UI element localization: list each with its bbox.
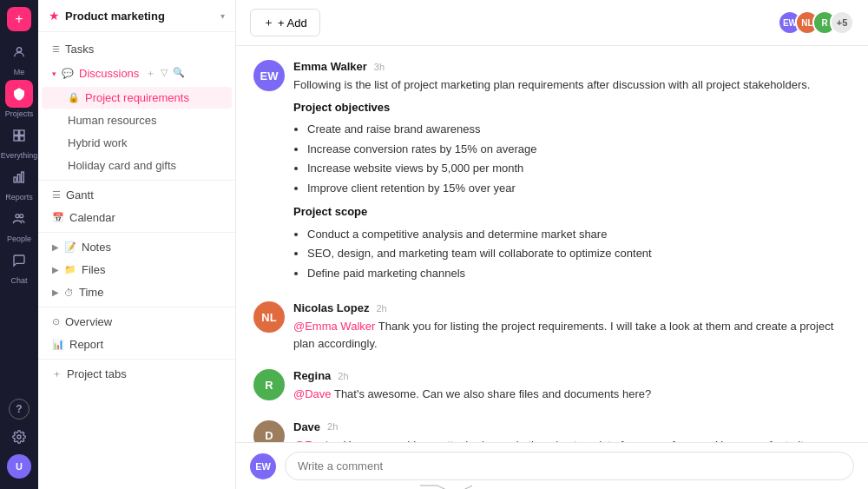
- discussions-search-icon[interactable]: 🔍: [171, 65, 187, 82]
- scope-3: Define paid marketing channels: [307, 265, 851, 282]
- sidebar-item-holiday-card[interactable]: Holiday card and gifts: [42, 155, 232, 176]
- everything-icon[interactable]: [5, 122, 33, 149]
- settings-icon[interactable]: [5, 423, 33, 451]
- sidebar-item-project-requirements[interactable]: 🔒 Project requirements: [42, 87, 232, 109]
- project-chevron-icon[interactable]: ▾: [220, 11, 225, 21]
- everything-label: Everything: [1, 151, 38, 160]
- emma-time: 3h: [374, 62, 385, 72]
- nicolas-time: 2h: [376, 303, 386, 314]
- emma-intro: Following is the list of project marketi…: [293, 76, 851, 94]
- calendar-label: Calendar: [69, 211, 221, 224]
- sidebar-divider-1: [38, 180, 235, 181]
- files-label: Files: [82, 263, 221, 276]
- project-tabs-label: Project tabs: [67, 367, 221, 380]
- global-add-button[interactable]: +: [7, 7, 31, 31]
- sidebar-item-report[interactable]: 📊 Report: [42, 334, 232, 355]
- icon-group-everything: Everything: [1, 122, 38, 160]
- nicolas-content: Nicolas Lopez 2h @Emma Walker Thank you …: [293, 301, 851, 352]
- project-requirements-label: Project requirements: [85, 91, 221, 104]
- objective-3: Increase website views by 5,000 per mont…: [307, 160, 851, 177]
- objective-1: Create and raise brand awareness: [307, 121, 851, 138]
- discussions-add-icon[interactable]: ＋: [144, 65, 157, 82]
- people-icon[interactable]: [5, 205, 33, 233]
- sidebar-divider-2: [38, 232, 235, 233]
- sidebar-item-human-resources[interactable]: Human resources: [42, 109, 232, 131]
- commenter-avatar: EW: [250, 453, 276, 479]
- sidebar-divider-4: [38, 359, 235, 360]
- dave-avatar: D: [253, 420, 285, 443]
- star-icon: ★: [49, 9, 60, 23]
- dave-content: Dave 2h @Regina Yes we can. I have attac…: [293, 420, 851, 443]
- emma-message-text: Following is the list of project marketi…: [293, 76, 851, 281]
- project-scope-heading: Project scope: [293, 205, 367, 218]
- people-label: People: [7, 235, 31, 243]
- svg-point-9: [20, 215, 23, 218]
- main-header: ＋ + Add EW NL R +5: [236, 0, 868, 46]
- project-objectives-list: Create and raise brand awareness Increas…: [293, 121, 851, 196]
- collaborators-avatars: EW NL R +5: [778, 10, 854, 35]
- sidebar-item-discussions[interactable]: ▾ 💬 Discussions ＋ ▽ 🔍: [42, 61, 232, 86]
- add-button[interactable]: ＋ + Add: [250, 9, 320, 36]
- lock-icon: 🔒: [68, 92, 80, 103]
- sidebar-item-overview[interactable]: ⊙ Overview: [42, 311, 232, 333]
- reports-label: Reports: [5, 193, 33, 202]
- sidebar-item-calendar[interactable]: 📅 Calendar: [42, 207, 232, 228]
- discussions-filter-icon[interactable]: ▽: [159, 65, 169, 82]
- regina-message-text: @Dave That's awesome. Can we also share …: [293, 386, 851, 403]
- avatar-extra-count: +5: [830, 10, 854, 35]
- human-resources-label: Human resources: [68, 114, 221, 127]
- dave-header: Dave 2h: [293, 420, 851, 433]
- sidebar-item-gantt[interactable]: ☰ Gantt: [42, 184, 232, 206]
- nicolas-mention: @Emma Walker: [293, 320, 375, 333]
- projects-icon[interactable]: [5, 80, 33, 108]
- regina-avatar: R: [253, 369, 285, 400]
- dave-author: Dave: [293, 420, 320, 433]
- message-dave: D Dave 2h @Regina Yes we can. I have att…: [253, 420, 851, 443]
- hybrid-work-label: Hybrid work: [68, 136, 221, 149]
- emma-author: Emma Walker: [293, 60, 367, 73]
- chat-icon[interactable]: [5, 247, 33, 274]
- objective-4: Improve client retention by 15% over yea…: [307, 180, 851, 197]
- comment-input[interactable]: [285, 452, 854, 480]
- add-label: + Add: [278, 17, 307, 30]
- regina-content: Regina 2h @Dave That's awesome. Can we a…: [293, 369, 851, 403]
- svg-rect-5: [14, 177, 16, 182]
- svg-point-8: [16, 215, 19, 218]
- sidebar-item-notes[interactable]: ▶ 📝 Notes: [42, 236, 232, 258]
- me-icon[interactable]: [5, 38, 33, 66]
- help-icon[interactable]: ?: [9, 399, 30, 420]
- projects-label: Projects: [5, 109, 34, 118]
- emma-avatar: EW: [253, 60, 285, 91]
- svg-rect-7: [22, 172, 24, 182]
- nicolas-header: Nicolas Lopez 2h: [293, 301, 851, 314]
- overview-label: Overview: [65, 315, 221, 328]
- svg-rect-2: [20, 130, 24, 135]
- sidebar-divider-3: [38, 307, 235, 307]
- objective-2: Increase conversion rates by 15% on aver…: [307, 141, 851, 158]
- discussions-content: EW Emma Walker 3h Following is the list …: [236, 46, 868, 442]
- svg-rect-3: [14, 136, 18, 141]
- me-label: Me: [14, 68, 25, 76]
- regina-mention: @Dave: [293, 387, 332, 400]
- sidebar: ★ Product marketing ▾ ☰ Tasks ▾ 💬 Discus…: [38, 0, 236, 489]
- main-content: ＋ + Add EW NL R +5 EW Emma Walker 3h Fol…: [236, 0, 868, 489]
- project-scope-list: Conduct a competitive analysis and deter…: [293, 226, 851, 282]
- sidebar-item-hybrid-work[interactable]: Hybrid work: [42, 132, 232, 154]
- svg-rect-4: [20, 136, 24, 141]
- scope-1: Conduct a competitive analysis and deter…: [307, 226, 851, 243]
- sidebar-item-tasks[interactable]: ☰ Tasks: [42, 38, 232, 60]
- svg-point-0: [16, 48, 21, 52]
- sidebar-item-project-tabs[interactable]: ＋ Project tabs: [42, 363, 232, 385]
- emma-header: Emma Walker 3h: [293, 60, 851, 73]
- regina-author: Regina: [293, 369, 331, 382]
- user-avatar[interactable]: U: [7, 454, 31, 479]
- nicolas-author: Nicolas Lopez: [293, 301, 369, 314]
- sidebar-item-files[interactable]: ▶ 📁 Files: [42, 259, 232, 281]
- sidebar-item-time[interactable]: ▶ ⏱ Time: [42, 281, 232, 303]
- project-objectives-heading: Project objectives: [293, 101, 390, 114]
- regina-text: That's awesome. Can we also share files …: [334, 387, 651, 400]
- time-label: Time: [79, 286, 221, 299]
- reports-icon[interactable]: [5, 163, 33, 191]
- gantt-label: Gantt: [66, 188, 221, 202]
- report-label: Report: [69, 338, 221, 351]
